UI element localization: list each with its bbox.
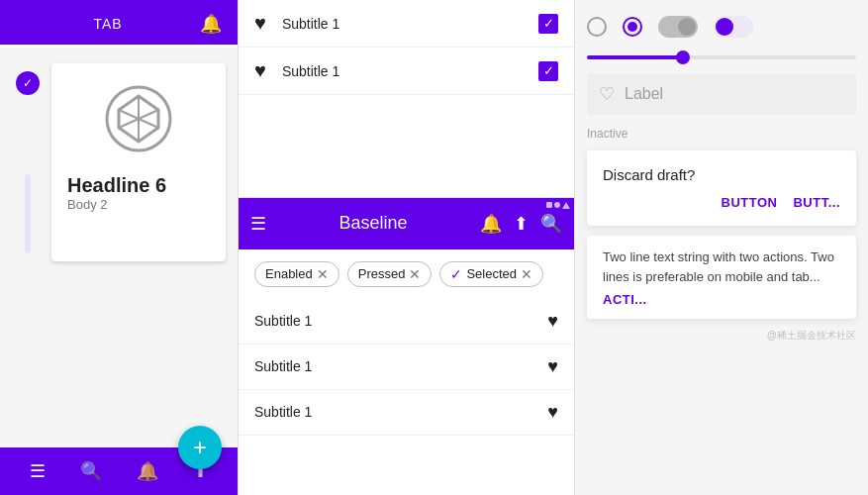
bottom-nav: ☰ 🔍 🔔 ⬆ + [0, 447, 238, 495]
checkbox-2[interactable]: ✓ [538, 61, 558, 81]
check-circle: ✓ [16, 71, 40, 95]
dialog-title: Discard draft? [603, 166, 840, 183]
card-logo [99, 79, 178, 158]
appbar-bell-icon[interactable]: 🔔 [480, 213, 502, 235]
bottom-heart-3: ♥ [547, 402, 558, 423]
toggle-on[interactable] [714, 16, 753, 38]
bottom-heart-1: ♥ [547, 311, 558, 332]
tab-underline [0, 45, 238, 48]
watermark: @稀土掘金技术社区 [587, 329, 856, 343]
tab-bar[interactable]: TAB 🔔 [0, 0, 238, 48]
list-item-text-2: Subtitle 1 [282, 63, 523, 79]
bell-icon: 🔔 [200, 13, 222, 35]
chip-pressed[interactable]: Pressed ✕ [347, 261, 433, 287]
snackbar-text: Two line text string with two actions. T… [603, 248, 840, 286]
chip-close-pressed[interactable]: ✕ [409, 266, 421, 282]
radio-selected[interactable] [623, 17, 642, 37]
inactive-label: Label [625, 85, 844, 103]
menu-icon[interactable]: ☰ [30, 460, 46, 482]
search-icon[interactable]: 🔍 [80, 460, 102, 482]
chip-row: Enabled ✕ Pressed ✕ ✓ Selected ✕ [239, 249, 574, 299]
bottom-list-item-2: Subtitle 1 ♥ [239, 345, 574, 390]
slider-track[interactable] [587, 55, 856, 59]
chip-enabled[interactable]: Enabled ✕ [254, 261, 339, 287]
snackbar-card: Two line text string with two actions. T… [587, 236, 856, 319]
chip-label-selected: Selected [466, 266, 517, 281]
middle-panel: ♥ Subtitle 1 ✓ ♥ Subtitle 1 ✓ ☰ Baseline… [238, 0, 574, 495]
card: Headline 6 Body 2 [51, 63, 226, 261]
dot-3 [562, 202, 570, 209]
card-headline: Headline 6 [67, 174, 166, 197]
inactive-heart-icon: ♡ [599, 83, 615, 105]
checkbox-1[interactable]: ✓ [538, 14, 558, 34]
chip-check-icon: ✓ [450, 266, 462, 282]
dot-2 [554, 202, 560, 208]
chip-close-enabled[interactable]: ✕ [317, 266, 329, 282]
radio-inner [627, 22, 637, 32]
side-strip [25, 174, 31, 253]
chip-close-selected[interactable]: ✕ [521, 266, 532, 282]
chip-label-enabled: Enabled [265, 266, 313, 281]
dialog-card: Discard draft? BUTTON BUTT... [587, 150, 856, 226]
snackbar-action[interactable]: ACTI... [603, 292, 840, 307]
bottom-list-text-2: Subtitle 1 [254, 358, 531, 374]
card-area: ✓ Headline 6 Body 2 [0, 51, 238, 447]
list-item-text-1: Subtitle 1 [282, 16, 523, 32]
fab-button[interactable]: + [178, 426, 222, 469]
bottom-list-item-1: Subtitle 1 ♥ [239, 299, 574, 345]
toggle-knob-on [716, 18, 733, 36]
dialog-btn-2[interactable]: BUTT... [793, 195, 840, 210]
hamburger-icon[interactable]: ☰ [250, 213, 266, 235]
heart-icon-1: ♥ [254, 12, 266, 35]
slider-fill [587, 55, 681, 59]
dialog-btn-1[interactable]: BUTTON [722, 195, 778, 210]
appbar-search-icon[interactable]: 🔍 [540, 213, 562, 235]
list-item-2: ♥ Subtitle 1 ✓ [239, 48, 574, 95]
notification-icon[interactable]: 🔔 [137, 460, 158, 482]
toggle-off[interactable] [658, 16, 698, 38]
chip-label-pressed: Pressed [358, 266, 406, 281]
bottom-list: Subtitle 1 ♥ Subtitle 1 ♥ Subtitle 1 ♥ [239, 299, 574, 496]
bottom-list-text-1: Subtitle 1 [254, 313, 531, 329]
slider-container [587, 51, 856, 63]
right-panel: ♡ Label Inactive Discard draft? BUTTON B… [574, 0, 868, 495]
toggle-knob-off [678, 18, 696, 36]
slider-thumb[interactable] [676, 50, 690, 64]
chip-selected[interactable]: ✓ Selected ✕ [439, 261, 543, 287]
radio-unselected[interactable] [587, 17, 607, 37]
side-indicator: ✓ [12, 63, 44, 253]
bottom-heart-2: ♥ [547, 356, 558, 377]
appbar-share-icon[interactable]: ⬆ [514, 213, 529, 235]
inactive-text: Inactive [587, 127, 856, 141]
dot-1 [546, 202, 552, 208]
left-panel: TAB 🔔 ✓ Headline 6 Body 2 ☰ 🔍 🔔 ⬆ + [0, 0, 238, 495]
radio-row [587, 12, 856, 42]
bottom-list-item-3: Subtitle 1 ♥ [239, 390, 574, 436]
top-list: ♥ Subtitle 1 ✓ ♥ Subtitle 1 ✓ [239, 0, 574, 198]
app-bar-actions: 🔔 ⬆ 🔍 [480, 213, 562, 235]
tab-label: TAB [16, 16, 200, 32]
inactive-section: ♡ Label [587, 73, 856, 115]
card-body: Body 2 [67, 197, 107, 212]
app-bar-title: Baseline [278, 213, 468, 234]
bottom-list-text-3: Subtitle 1 [254, 404, 531, 420]
dialog-buttons: BUTTON BUTT... [603, 195, 840, 210]
heart-icon-2: ♥ [254, 59, 266, 82]
app-bar: ☰ Baseline 🔔 ⬆ 🔍 [239, 198, 574, 249]
list-item: ♥ Subtitle 1 ✓ [239, 0, 574, 48]
corner-dots [546, 202, 570, 209]
